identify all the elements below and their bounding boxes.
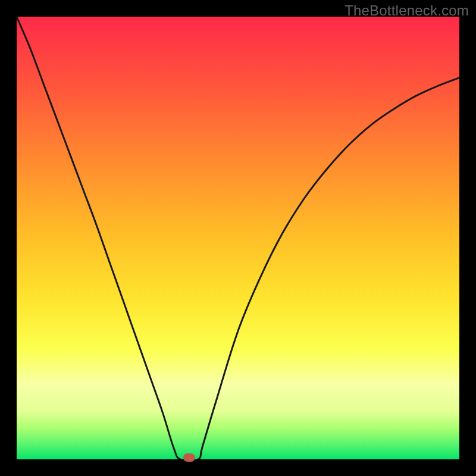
marker-dot <box>183 453 195 462</box>
plot-area <box>17 17 459 459</box>
curve-path <box>17 17 459 459</box>
watermark-text: TheBottleneck.com <box>345 2 469 19</box>
chart-frame: TheBottleneck.com <box>0 0 476 476</box>
curve-svg <box>17 17 459 459</box>
